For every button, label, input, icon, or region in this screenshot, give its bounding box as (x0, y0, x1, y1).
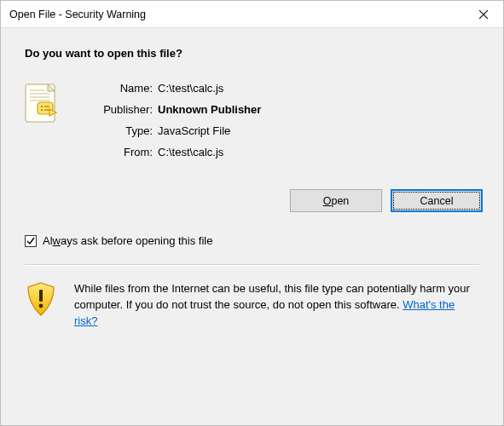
always-ask-label: Always ask before opening this file (43, 234, 212, 247)
type-value: JavaScript File (158, 124, 261, 137)
button-row: Open Cancel (25, 189, 483, 212)
svg-rect-11 (39, 290, 43, 302)
check-icon (26, 237, 35, 245)
cancel-button[interactable]: Cancel (391, 189, 483, 212)
svg-point-12 (39, 304, 43, 308)
svg-point-7 (41, 106, 43, 107)
open-button[interactable]: Open (290, 189, 382, 212)
file-icon (25, 82, 67, 158)
warning-text: While files from the Internet can be use… (74, 281, 479, 330)
window-title: Open File - Security Warning (9, 9, 146, 20)
warning-section: While files from the Internet can be use… (25, 266, 479, 348)
open-button-accel: O (323, 195, 332, 207)
from-label: From: (67, 146, 153, 158)
svg-point-8 (41, 109, 43, 111)
type-label: Type: (67, 124, 153, 137)
titlebar: Open File - Security Warning (1, 1, 503, 28)
open-button-suffix: pen (331, 195, 349, 207)
always-ask-checkbox[interactable] (25, 235, 37, 247)
chk-label-accel: w (53, 234, 61, 247)
close-button[interactable] (464, 1, 503, 28)
always-ask-row[interactable]: Always ask before opening this file (25, 234, 479, 247)
from-value: C:\test\calc.js (158, 146, 261, 158)
publisher-label: Publisher: (67, 103, 153, 116)
chk-label-prefix: Al (43, 234, 53, 247)
publisher-value: Unknown Publisher (158, 103, 261, 116)
chk-label-suffix: ays ask before opening this file (61, 234, 213, 247)
dialog-content: Do you want to open this file? (1, 28, 503, 425)
info-section: Name: C:\test\calc.js Publisher: Unknown… (25, 82, 479, 158)
file-details-grid: Name: C:\test\calc.js Publisher: Unknown… (67, 82, 261, 158)
name-value: C:\test\calc.js (158, 82, 261, 95)
question-text: Do you want to open this file? (25, 47, 479, 60)
shield-icon (25, 281, 59, 320)
close-icon (479, 10, 488, 19)
name-label: Name: (67, 82, 153, 95)
